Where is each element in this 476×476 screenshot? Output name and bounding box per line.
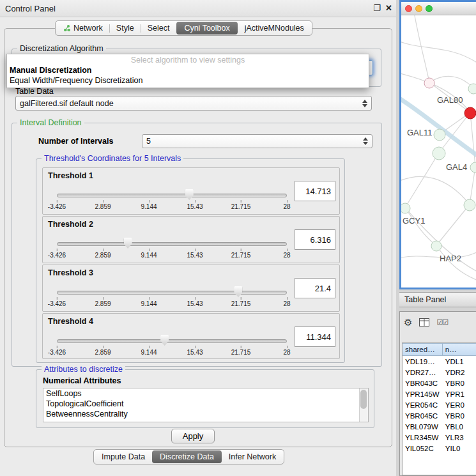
node-label: GAL80: [437, 95, 463, 105]
dropdown-option-manual-discretization[interactable]: Manual Discretization: [7, 65, 369, 75]
list-scrollbar[interactable]: [359, 388, 368, 422]
combo-arrows-icon: [363, 137, 368, 145]
threshold-4-slider[interactable]: [57, 339, 287, 343]
slider-tick-labels: -3.426 2.859 9.144 15.43 21.715 28: [57, 346, 287, 356]
table-row[interactable]: YPR145WYPR1: [403, 388, 476, 399]
threshold-1-slider[interactable]: [57, 194, 287, 197]
network-node-labels: GAL80 GAL11 GAL4 GCY1 HAP2: [403, 95, 467, 263]
group-title: Discretization Algorithm: [17, 44, 106, 53]
table-row[interactable]: YIL052CYIL0: [403, 443, 476, 454]
list-item[interactable]: TopologicalCoefficient: [43, 399, 368, 409]
numerical-attributes-label: Numerical Attributes: [43, 376, 121, 385]
float-window-icon[interactable]: ❐: [373, 3, 381, 13]
node: [464, 199, 475, 211]
slider-thumb[interactable]: [185, 189, 194, 200]
threshold-3-value[interactable]: 21.4: [295, 278, 335, 298]
dropdown-option-equal-width[interactable]: Equal Width/Frequency Discretization: [7, 75, 369, 86]
slider-track[interactable]: [57, 339, 287, 343]
attributes-group: Attributes to discretize Numerical Attri…: [36, 369, 374, 428]
node-table: shared… n… YDL19…YDL1 YDR27…YDR2 YBR043C…: [402, 342, 476, 475]
tab-discretize-data[interactable]: Discretize Data: [152, 450, 222, 463]
slider-track[interactable]: [57, 291, 287, 295]
minimize-traffic-light[interactable]: [415, 5, 422, 12]
column-header-name[interactable]: n…: [443, 343, 476, 356]
tab-select[interactable]: Select: [141, 22, 176, 35]
network-canvas[interactable]: GAL80 GAL11 GAL4 GCY1 HAP2: [401, 15, 476, 288]
group-title: Threshold's Coordinates for 5 Intervals: [42, 154, 183, 163]
table-row[interactable]: YBL079WYBL0: [403, 421, 476, 432]
number-of-intervals-label: Number of Intervals: [38, 137, 113, 146]
threshold-1-value[interactable]: 14.713: [295, 181, 335, 201]
network-view-window: GAL80 GAL11 GAL4 GCY1 HAP2: [399, 0, 476, 289]
slider-thumb[interactable]: [234, 286, 242, 297]
threshold-label: Threshold 2: [48, 220, 93, 229]
node: [401, 203, 410, 213]
threshold-3-panel: Threshold 3 -3.426 2.859 9.144 15.43 21.…: [42, 265, 340, 312]
dropdown-placeholder: Select algorithm to view settings: [7, 54, 369, 65]
table-row[interactable]: YBR043CYBR0: [403, 378, 476, 388]
tab-infer-network[interactable]: Infer Network: [222, 450, 282, 463]
close-traffic-light[interactable]: [405, 5, 412, 12]
slider-track[interactable]: [57, 194, 287, 197]
node: [433, 147, 445, 160]
threshold-2-slider[interactable]: [57, 242, 287, 246]
threshold-1-panel: Threshold 1 -3.426 2.859 9.144 15.43 21.…: [42, 167, 340, 215]
apply-button[interactable]: Apply: [171, 429, 215, 443]
group-title: Interval Definition: [17, 118, 84, 127]
top-tab-strip: Network Style Select Cyni Toolbox jActiv…: [55, 20, 312, 36]
tab-style[interactable]: Style: [110, 22, 141, 35]
threshold-3-slider[interactable]: [57, 291, 287, 295]
table-panel-window: ⚙ ☑☑ shared… n… YDL19…YDL1 YDR27…YDR2 YB…: [399, 311, 476, 476]
list-item[interactable]: SelfLoops: [43, 388, 368, 399]
slider-track[interactable]: [57, 242, 287, 246]
table-panel-title: Table Panel: [404, 295, 446, 304]
tab-impute-data[interactable]: Impute Data: [95, 450, 151, 463]
slider-tick-labels: -3.426 2.859 9.144 15.43 21.715 28: [57, 249, 287, 259]
column-header-shared-name[interactable]: shared…: [403, 343, 443, 356]
control-panel-window: Control Panel ❐ ✕ Network Style Select C…: [0, 0, 396, 476]
threshold-4-value[interactable]: 11.344: [295, 326, 335, 347]
table-data-combobox[interactable]: galFiltered.sif default node: [15, 96, 372, 111]
screen: Control Panel ❐ ✕ Network Style Select C…: [0, 0, 476, 476]
window-title: Control Panel: [5, 4, 56, 13]
threshold-2-panel: Threshold 2 -3.426 2.859 9.144 15.43 21.…: [42, 216, 340, 263]
network-icon: [63, 24, 71, 32]
slider-tick-labels: -3.426 2.859 9.144 15.43 21.715 28: [57, 297, 287, 307]
slider-thumb[interactable]: [124, 238, 132, 249]
number-of-intervals-combobox[interactable]: 5: [142, 134, 372, 148]
gear-icon[interactable]: ⚙: [404, 318, 412, 327]
numerical-attributes-list[interactable]: SelfLoops TopologicalCoefficient Between…: [43, 388, 369, 422]
node-label: HAP2: [440, 254, 461, 263]
node: [470, 162, 476, 173]
table-row[interactable]: YDR27…YDR2: [403, 367, 476, 378]
control-panel-titlebar: Control Panel ❐ ✕: [0, 0, 396, 17]
table-row[interactable]: YDL19…YDL1: [403, 356, 476, 367]
threshold-2-value[interactable]: 6.316: [295, 229, 335, 250]
threshold-4-panel: Threshold 4 -3.426 2.859 9.144 15.43 21.…: [42, 313, 340, 359]
table-row[interactable]: YBR045CYBR0: [403, 410, 476, 421]
threshold-label: Threshold 3: [48, 268, 93, 277]
slider-thumb[interactable]: [160, 335, 169, 346]
tab-jactivemnodules[interactable]: jActiveMNodules: [238, 22, 311, 35]
select-rows-icon[interactable]: ☑☑: [436, 318, 448, 326]
close-icon[interactable]: ✕: [385, 3, 392, 13]
table-row[interactable]: YER054CYER0: [403, 399, 476, 410]
scrollbar-thumb[interactable]: [360, 390, 367, 409]
tab-network[interactable]: Network: [57, 22, 109, 35]
zoom-traffic-light[interactable]: [426, 5, 433, 12]
tab-cyni-toolbox[interactable]: Cyni Toolbox: [176, 22, 237, 35]
table-row[interactable]: YLR345WYLR3: [403, 432, 476, 443]
selected-node: [464, 107, 476, 119]
node: [424, 78, 434, 88]
number-of-intervals-value: 5: [146, 137, 151, 146]
columns-icon[interactable]: [419, 318, 429, 326]
algorithm-dropdown-popup: Select algorithm to view settings Manual…: [6, 54, 369, 88]
node: [468, 84, 476, 94]
list-item[interactable]: BetweennessCentrality: [43, 409, 368, 419]
node: [431, 241, 441, 251]
table-header-row: shared… n…: [403, 343, 476, 356]
network-window-titlebar: [401, 2, 476, 15]
node-label: GAL4: [446, 162, 467, 172]
table-data-value: galFiltered.sif default node: [20, 99, 114, 108]
group-title: Attributes to discretize: [42, 365, 125, 374]
